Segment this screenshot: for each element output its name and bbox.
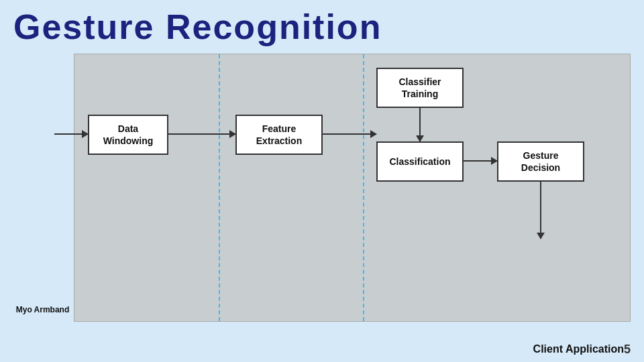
data-windowing-box: Data Windowing bbox=[88, 115, 168, 155]
arrow-classifier-down bbox=[419, 108, 421, 141]
page-title: Gesture Recognition bbox=[13, 7, 382, 47]
arrow-classification-to-gesture bbox=[464, 160, 497, 162]
arrow-gesture-down bbox=[540, 182, 541, 239]
classification-box: Classification bbox=[376, 141, 464, 182]
gesture-decision-box: Gesture Decision bbox=[497, 141, 584, 182]
arrow-data-to-feature bbox=[168, 133, 235, 135]
client-application-label: Client Application bbox=[533, 343, 624, 355]
feature-extraction-box: Feature Extraction bbox=[235, 115, 323, 155]
divider-2 bbox=[363, 54, 364, 321]
divider-1 bbox=[219, 54, 220, 321]
myo-armband-label: Myo Armband bbox=[11, 305, 74, 314]
classifier-training-box: Classifier Training bbox=[376, 68, 464, 108]
main-diagram-container: Data Windowing Feature Extraction Classi… bbox=[74, 54, 631, 322]
arrow-feature-to-class bbox=[323, 133, 376, 135]
page-number: 5 bbox=[624, 343, 631, 357]
arrow-myo-to-data bbox=[54, 133, 88, 135]
